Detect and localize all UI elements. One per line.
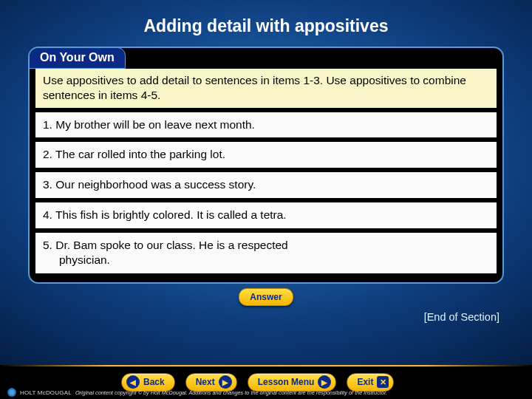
menu-label: Lesson Menu bbox=[258, 377, 315, 387]
section-subheader: On Your Own bbox=[29, 47, 126, 69]
publisher-logo-icon bbox=[7, 388, 16, 397]
exercise-item-2: 2. The car rolled into the parking lot. bbox=[35, 142, 497, 168]
copyright-text: Original content copyright © by Holt McD… bbox=[75, 389, 387, 396]
next-arrow-icon: ▶ bbox=[219, 375, 232, 389]
publisher-brand: HOLT McDOUGAL bbox=[20, 389, 72, 396]
exercise-item-3: 3. Our neighborhood was a success story. bbox=[35, 172, 497, 198]
back-label: Back bbox=[143, 377, 165, 387]
answer-button[interactable]: Answer bbox=[239, 288, 293, 306]
item5-line2: physician. bbox=[43, 253, 489, 267]
copyright-line: HOLT McDOUGAL Original content copyright… bbox=[7, 388, 387, 397]
back-arrow-icon: ◀ bbox=[126, 375, 140, 389]
content-panel: On Your Own Use appositives to add detai… bbox=[28, 47, 504, 284]
next-label: Next bbox=[196, 377, 215, 387]
instructions-text: Use appositives to add detail to sentenc… bbox=[35, 69, 497, 108]
exercise-item-4: 4. This fish is brightly colored. It is … bbox=[35, 202, 497, 228]
menu-arrow-icon: ▶ bbox=[318, 375, 331, 389]
exit-label: Exit bbox=[357, 377, 373, 387]
item5-line1: 5. Dr. Bam spoke to our class. He is a r… bbox=[43, 239, 288, 251]
page-title: Adding detail with appositives bbox=[0, 0, 532, 47]
exit-x-icon: ✕ bbox=[377, 376, 389, 388]
exercise-item-5: 5. Dr. Bam spoke to our class. He is a r… bbox=[35, 233, 497, 273]
exercise-item-1: 1. My brother will be on leave next mont… bbox=[35, 112, 497, 138]
end-of-section-label: [End of Section] bbox=[0, 306, 532, 323]
